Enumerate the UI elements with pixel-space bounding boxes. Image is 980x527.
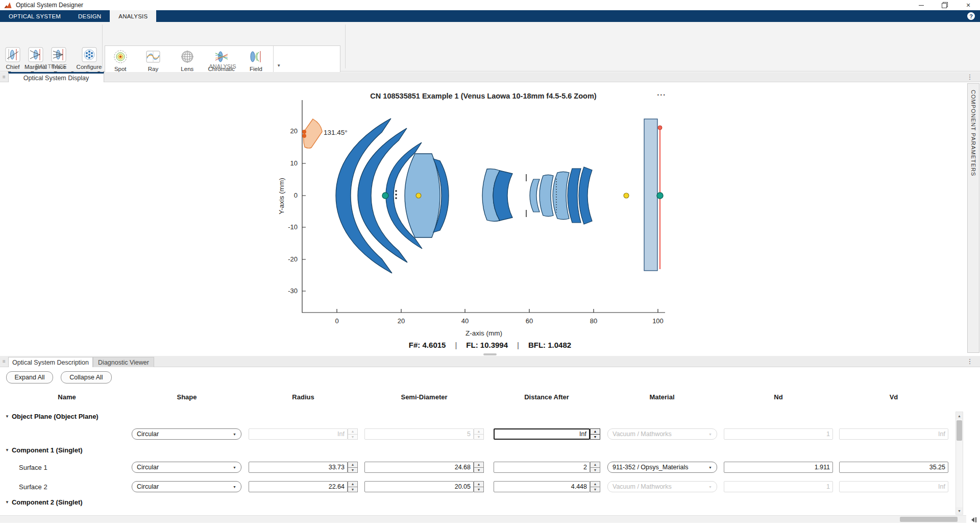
dropdown-arrow-icon: ▼ [233, 466, 236, 469]
lens-element[interactable] [540, 175, 553, 217]
radius-spinner[interactable]: ▲▼ [348, 428, 358, 440]
minimize-button[interactable] [910, 0, 933, 10]
radius-field[interactable]: Inf [249, 428, 348, 440]
semi-diameter-field[interactable]: 20.05 [364, 481, 474, 492]
semi-diameter-field[interactable]: 5 [364, 428, 474, 440]
radius-spinner[interactable]: ▲▼ [348, 481, 358, 492]
scroll-down-arrow[interactable]: ▼ [956, 507, 963, 514]
radius-field[interactable]: 33.73 [249, 462, 348, 473]
plot-options-icon[interactable]: ⋯ [657, 90, 666, 100]
help-icon: ? [967, 12, 975, 20]
nd-field[interactable]: 1 [724, 428, 833, 440]
distance-after-field[interactable]: 2 [494, 462, 590, 473]
semi-diameter-field[interactable]: 24.68 [364, 462, 474, 473]
svg-text:0: 0 [335, 317, 338, 325]
optical-system-description-panel [0, 367, 980, 527]
lens-element[interactable] [405, 154, 440, 237]
shape-dropdown[interactable]: Circular ▼ [132, 481, 241, 492]
nd-field[interactable]: 1.911 [724, 462, 833, 473]
vd-field[interactable]: Inf [839, 481, 948, 492]
restore-button[interactable] [933, 0, 957, 10]
expand-all-button[interactable]: Expand All [6, 371, 53, 384]
titlebar: Optical System Designer × [0, 0, 980, 10]
status-bar: F#: 4.6015 | FL: 10.3994 | BFL: 1.0482 [0, 339, 980, 351]
material-dropdown[interactable]: Vacuum / Mathworks ▼ [607, 428, 717, 440]
material-dropdown[interactable]: 911-352 / Opsys_Materials ▼ [607, 462, 717, 473]
collapse-triangle-icon[interactable]: ▼ [5, 500, 9, 505]
svg-text:-20: -20 [288, 255, 298, 263]
lens-element[interactable] [493, 171, 512, 221]
close-button[interactable]: × [957, 0, 980, 10]
column-header-material: Material [606, 393, 718, 401]
component-options-dots[interactable] [395, 190, 397, 199]
lens-element[interactable] [579, 167, 592, 224]
distance-after-spinner[interactable]: ▲▼ [590, 462, 600, 473]
horizontal-scroll-thumb[interactable] [900, 517, 958, 522]
semi-diameter-spinner[interactable]: ▲▼ [474, 481, 484, 492]
svg-text:0: 0 [294, 191, 298, 199]
drag-handle-icon[interactable]: ≡ [0, 358, 8, 364]
filter-plate-element[interactable] [644, 119, 657, 271]
chromatic-aberration-icon [214, 49, 229, 64]
bottom-tab-bar: ≡ Optical System Description Diagnostic … [0, 356, 980, 367]
semi-diameter-spinner[interactable]: ▲▼ [474, 428, 484, 440]
distance-after-spinner[interactable]: ▲▼ [590, 481, 600, 492]
chief-ray-icon [5, 47, 20, 62]
column-header-shape: Shape [131, 393, 243, 401]
table-horizontal-scrollbar[interactable] [0, 515, 966, 523]
component-parameters-panel[interactable]: COMPONENT PARAMETERS [967, 83, 979, 353]
y-tick-labels: 20 10 0 -10 -20 -30 [288, 127, 298, 295]
shape-dropdown[interactable]: Circular ▼ [132, 462, 241, 473]
tab-design[interactable]: DESIGN [69, 10, 110, 22]
field-point-marker[interactable] [302, 130, 306, 134]
field-angle-fan[interactable] [304, 119, 322, 148]
component-handle-teal[interactable] [382, 193, 388, 199]
material-dropdown[interactable]: Vacuum / Mathworks ▼ [607, 481, 717, 492]
surface-name: Surface 1 [19, 464, 47, 471]
tab-optical-system[interactable]: OPTICAL SYSTEM [0, 10, 69, 22]
tab-optical-system-display[interactable]: Optical System Display [8, 72, 104, 82]
analysis-group-label: ANALYSIS [105, 63, 340, 69]
group-row-object-plane[interactable]: ▼ Object Plane (Object Plane) [5, 413, 99, 420]
surface-handle-yellow[interactable] [624, 193, 629, 198]
lens-element[interactable] [553, 172, 569, 220]
figure-tabbar-menu-icon[interactable]: ⋮ [960, 73, 980, 81]
lens-element[interactable] [530, 179, 540, 212]
radius-spinner[interactable]: ▲▼ [348, 462, 358, 473]
tab-analysis[interactable]: ANALYSIS [110, 10, 156, 22]
group-row-component-1[interactable]: ▼ Component 1 (Singlet) [5, 446, 83, 454]
ribbon-tab-bar: OPTICAL SYSTEM DESIGN ANALYSIS ? [0, 10, 980, 22]
table-vertical-scrollbar[interactable]: ▲ ▼ [955, 412, 963, 515]
field-point-marker[interactable] [302, 134, 306, 138]
drag-handle-icon[interactable]: ≡ [0, 74, 8, 80]
horizontal-splitter[interactable] [0, 352, 980, 356]
svg-text:60: 60 [526, 317, 533, 325]
vertical-scroll-thumb[interactable] [957, 420, 962, 441]
rear-lens-group [530, 167, 592, 224]
tab-optical-system-description[interactable]: Optical System Description [8, 357, 93, 367]
help-button[interactable]: ? [967, 10, 975, 22]
ray-aberration-icon [145, 49, 161, 64]
distance-after-field[interactable]: 4.448 [494, 481, 590, 492]
radius-field[interactable]: 22.64 [249, 481, 348, 492]
collapse-all-button[interactable]: Collapse All [61, 371, 112, 384]
image-plane-handle-teal[interactable] [657, 193, 663, 199]
nd-field[interactable]: 1 [724, 481, 833, 492]
distance-after-field[interactable]: Inf [494, 428, 590, 440]
bottom-tabbar-menu-icon[interactable]: ⋮ [960, 357, 980, 365]
collapse-triangle-icon[interactable]: ▼ [5, 448, 9, 452]
vd-field[interactable]: Inf [839, 428, 948, 440]
image-plane-top-marker[interactable] [658, 126, 662, 130]
group-row-component-2[interactable]: ▼ Component 2 (Singlet) [5, 498, 83, 506]
dock-panel-button[interactable] [968, 516, 978, 523]
surface-handle-yellow[interactable] [416, 193, 421, 198]
shape-dropdown[interactable]: Circular ▼ [132, 428, 241, 440]
dropdown-arrow-icon: ▼ [233, 485, 236, 489]
semi-diameter-spinner[interactable]: ▲▼ [474, 462, 484, 473]
ribbon-toolbar: Chief Ray Marginal Ray Trace Ray Configu… [0, 22, 980, 71]
vd-field[interactable]: 35.25 [839, 462, 948, 473]
tab-diagnostic-viewer[interactable]: Diagnostic Viewer [93, 357, 154, 367]
distance-after-spinner[interactable]: ▲▼ [590, 428, 600, 440]
collapse-triangle-icon[interactable]: ▼ [5, 414, 9, 419]
scroll-up-arrow[interactable]: ▲ [956, 412, 963, 419]
